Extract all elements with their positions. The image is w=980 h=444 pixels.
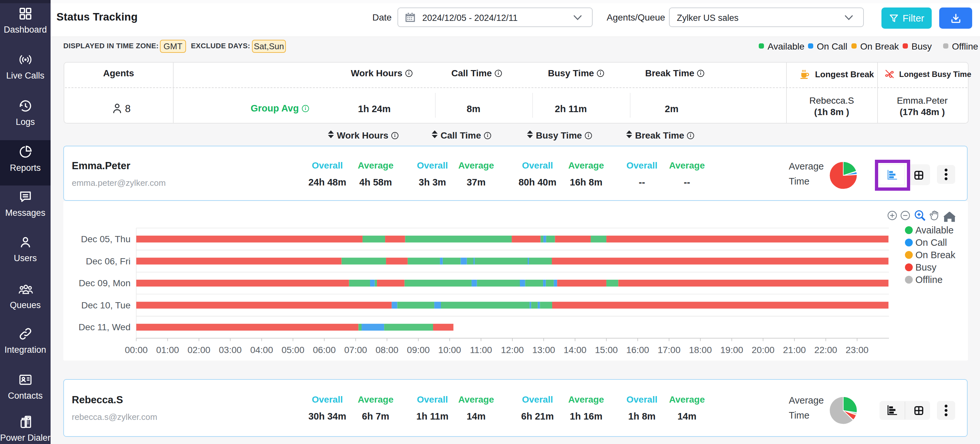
svg-text:05:00: 05:00 [282, 345, 304, 355]
svg-text:08:00: 08:00 [375, 345, 398, 355]
svg-text:Dec 10, Tue: Dec 10, Tue [81, 300, 130, 310]
svg-text:Dec 11, Wed: Dec 11, Wed [79, 322, 130, 332]
svg-text:06:00: 06:00 [313, 345, 336, 355]
svg-text:23:00: 23:00 [846, 345, 869, 355]
svg-text:03:00: 03:00 [219, 345, 242, 355]
svg-text:19:00: 19:00 [720, 345, 743, 355]
svg-text:01:00: 01:00 [156, 345, 179, 355]
svg-text:Busy: Busy [915, 262, 937, 273]
svg-text:04:00: 04:00 [250, 345, 273, 355]
svg-text:11:00: 11:00 [470, 345, 492, 355]
svg-text:Offline: Offline [915, 274, 942, 285]
svg-text:17:00: 17:00 [657, 345, 681, 355]
svg-text:Dec 05, Thu: Dec 05, Thu [81, 234, 130, 244]
svg-text:18:00: 18:00 [689, 345, 712, 355]
svg-text:On Break: On Break [915, 250, 956, 260]
svg-text:Available: Available [915, 225, 954, 235]
svg-text:00:00: 00:00 [125, 345, 148, 355]
svg-text:Dec 06, Fri: Dec 06, Fri [86, 256, 130, 266]
svg-text:09:00: 09:00 [407, 345, 430, 355]
svg-text:10:00: 10:00 [438, 345, 461, 355]
svg-text:On Call: On Call [915, 237, 947, 248]
svg-text:15:00: 15:00 [595, 345, 618, 355]
svg-text:02:00: 02:00 [188, 345, 210, 355]
svg-text:20:00: 20:00 [752, 345, 775, 355]
svg-text:16:00: 16:00 [626, 345, 649, 355]
svg-text:12:00: 12:00 [501, 345, 524, 355]
svg-text:07:00: 07:00 [344, 345, 367, 355]
svg-text:Dec 09, Mon: Dec 09, Mon [79, 278, 130, 288]
svg-text:14:00: 14:00 [563, 345, 586, 355]
svg-text:22:00: 22:00 [814, 345, 837, 355]
svg-text:13:00: 13:00 [532, 345, 555, 355]
svg-text:21:00: 21:00 [783, 345, 806, 355]
